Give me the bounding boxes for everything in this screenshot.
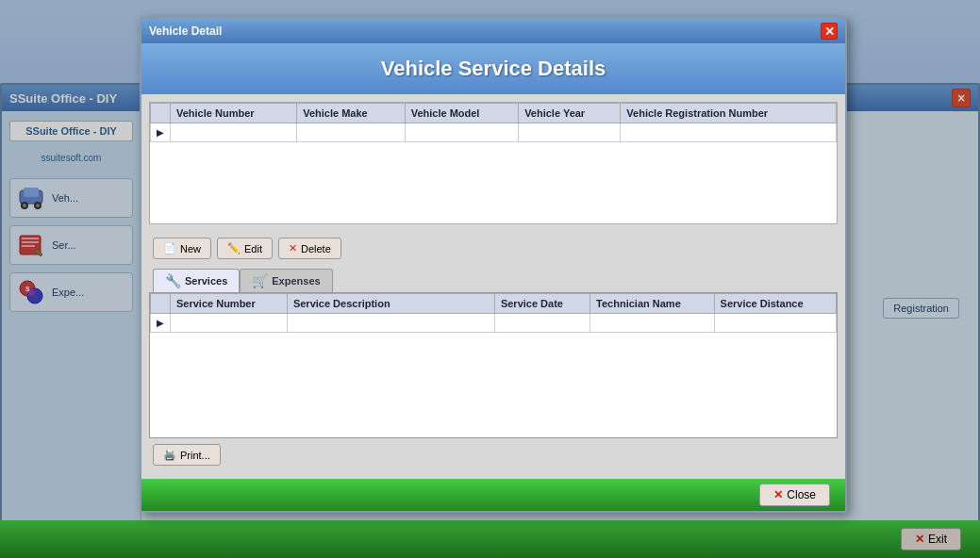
service-distance-cell: [714, 314, 836, 333]
edit-icon: ✏️: [227, 242, 241, 254]
service-description-cell: [287, 314, 494, 333]
delete-label: Delete: [301, 243, 331, 254]
vehicle-table: Vehicle Number Vehicle Make Vehicle Mode…: [150, 103, 837, 142]
edit-button[interactable]: ✏️ Edit: [217, 238, 273, 259]
col-vehicle-model: Vehicle Model: [405, 104, 518, 123]
delete-icon: ✕: [289, 242, 297, 254]
modal-title: Vehicle Detail: [149, 25, 222, 38]
service-date-cell: [494, 314, 590, 333]
modal-header-title: Vehicle Service Details: [155, 57, 832, 81]
col-vehicle-make: Vehicle Make: [297, 104, 405, 123]
tab-headers: 🔧 Services 🛒 Expenses: [149, 269, 838, 292]
modal-overlay: Vehicle Detail ✕ Vehicle Service Details…: [0, 0, 980, 558]
modal-close-bottom-icon: ✕: [773, 488, 783, 501]
row-selector: ▶: [151, 123, 171, 142]
print-icon: 🖨️: [163, 449, 176, 461]
vehicle-table-container: Vehicle Number Vehicle Make Vehicle Mode…: [149, 102, 838, 224]
modal-header: Vehicle Service Details: [141, 43, 845, 94]
edit-label: Edit: [244, 243, 262, 254]
services-tab-icon: 🔧: [165, 273, 181, 288]
new-icon: 📄: [163, 242, 176, 254]
tab-services[interactable]: 🔧 Services: [153, 269, 240, 292]
tabs-container: 🔧 Services 🛒 Expenses Service Number: [149, 269, 838, 438]
vehicle-model-cell: [405, 123, 518, 142]
vehicle-registration-cell: [621, 123, 837, 142]
modal-bottom-toolbar: 🖨️ Print...: [149, 438, 838, 471]
col-vehicle-number: Vehicle Number: [171, 104, 297, 123]
vehicle-toolbar: 📄 New ✏️ Edit ✕ Delete: [149, 232, 838, 265]
service-technician-cell: [590, 314, 714, 333]
modal-close-button[interactable]: ✕: [821, 23, 838, 40]
service-number-cell: [171, 314, 288, 333]
modal-close-bar: ✕ Close: [141, 479, 845, 511]
table-row[interactable]: ▶: [151, 123, 837, 142]
delete-button[interactable]: ✕ Delete: [278, 238, 341, 259]
new-button[interactable]: 📄 New: [153, 238, 211, 259]
modal-body: Vehicle Number Vehicle Make Vehicle Mode…: [141, 94, 845, 479]
print-button[interactable]: 🖨️ Print...: [153, 444, 221, 466]
svc-col-number: Service Number: [171, 294, 288, 314]
expenses-tab-label: Expenses: [272, 275, 320, 287]
vehicle-year-cell: [519, 123, 621, 142]
vehicle-number-cell: [171, 123, 297, 142]
vehicle-make-cell: [297, 123, 405, 142]
col-vehicle-year: Vehicle Year: [519, 104, 621, 123]
svc-col-arrow: [151, 294, 171, 314]
svc-col-distance: Service Distance: [714, 294, 836, 314]
new-label: New: [180, 243, 201, 254]
svc-col-date: Service Date: [494, 294, 590, 314]
expenses-tab-icon: 🛒: [252, 273, 268, 288]
service-row[interactable]: ▶: [151, 314, 837, 333]
service-row-selector: ▶: [151, 314, 171, 333]
modal-close-bottom-label: Close: [787, 488, 816, 501]
svc-col-description: Service Description: [287, 294, 494, 314]
print-label: Print...: [180, 450, 210, 461]
col-vehicle-registration: Vehicle Registration Number: [621, 104, 837, 123]
modal-close-bottom-button[interactable]: ✕ Close: [759, 484, 830, 506]
col-arrow: [151, 104, 171, 123]
services-tab-content: Service Number Service Description Servi…: [149, 292, 838, 438]
tab-expenses[interactable]: 🛒 Expenses: [240, 269, 332, 292]
services-tab-label: Services: [185, 275, 227, 287]
modal-titlebar: Vehicle Detail ✕: [141, 19, 845, 43]
services-table: Service Number Service Description Servi…: [150, 293, 837, 333]
vehicle-detail-modal: Vehicle Detail ✕ Vehicle Service Details…: [140, 17, 847, 513]
svc-col-technician: Technician Name: [590, 294, 714, 314]
